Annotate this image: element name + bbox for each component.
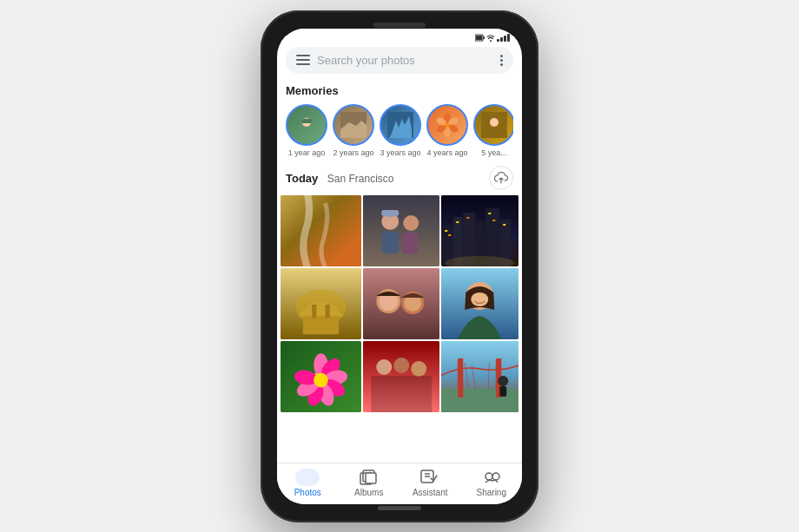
bottom-nav: Photos Albums: [277, 463, 522, 504]
photo-bridge[interactable]: [441, 341, 518, 412]
memory-label-3: 3 years ago: [380, 148, 420, 157]
svg-rect-23: [402, 233, 418, 253]
svg-point-3: [490, 40, 492, 42]
photo-restaurant[interactable]: [363, 341, 440, 412]
svg-point-53: [472, 292, 489, 306]
status-icons: [475, 34, 510, 42]
nav-item-albums[interactable]: Albums: [339, 469, 400, 497]
memories-section: Memories 1 year ago: [277, 81, 522, 162]
photo-row-1: [281, 195, 518, 266]
svg-rect-6: [301, 119, 312, 123]
svg-rect-44: [312, 305, 316, 318]
photo-couple[interactable]: [363, 195, 440, 266]
photos-nav-icon: [295, 469, 320, 486]
more-options-icon[interactable]: [500, 55, 503, 66]
svg-rect-80: [366, 473, 376, 483]
nav-item-sharing[interactable]: Sharing: [461, 469, 523, 497]
svg-point-17: [490, 118, 499, 127]
svg-point-66: [376, 359, 392, 375]
memories-title: Memories: [286, 84, 513, 97]
today-location-group: Today San Francisco: [286, 170, 393, 186]
sharing-nav-icon: [481, 469, 502, 486]
memory-item-2[interactable]: 2 years ago: [333, 104, 374, 157]
svg-rect-69: [371, 376, 432, 412]
phone-mockup: Search your photos Memories: [261, 10, 538, 522]
svg-rect-75: [500, 386, 507, 397]
photo-selfie-crowd[interactable]: [363, 268, 440, 339]
memory-circle-1: [286, 104, 327, 146]
svg-rect-39: [504, 224, 506, 226]
cloud-upload-button[interactable]: [489, 166, 513, 190]
svg-rect-36: [467, 217, 470, 219]
phone-screen: Search your photos Memories: [277, 29, 522, 504]
search-bar[interactable]: Search your photos: [286, 47, 513, 74]
memory-circle-5: [473, 104, 513, 146]
svg-rect-37: [489, 213, 492, 214]
photos-nav-label: Photos: [294, 488, 321, 497]
memory-label-5: 5 yea...: [481, 148, 507, 157]
svg-point-64: [314, 372, 328, 387]
svg-rect-33: [446, 230, 448, 232]
svg-rect-72: [459, 358, 464, 397]
today-header: Today San Francisco: [277, 162, 522, 195]
today-location: San Francisco: [327, 173, 394, 185]
assistant-nav-icon: [419, 469, 440, 486]
photo-dome[interactable]: [281, 268, 361, 339]
search-placeholder[interactable]: Search your photos: [317, 54, 493, 67]
svg-point-74: [499, 376, 509, 386]
memory-item-5[interactable]: 5 yea...: [473, 104, 513, 157]
photo-row-3: [281, 341, 518, 412]
battery-icon: [475, 34, 485, 42]
status-bar: [277, 29, 522, 43]
svg-rect-45: [326, 305, 330, 318]
svg-rect-43: [303, 316, 339, 334]
photo-flower[interactable]: [281, 341, 361, 412]
albums-nav-icon: [359, 469, 380, 486]
svg-rect-25: [381, 210, 399, 216]
memory-item-1[interactable]: 1 year ago: [286, 104, 327, 157]
photo-grid: [277, 195, 522, 463]
today-label: Today: [286, 172, 318, 185]
memory-label-1: 1 year ago: [288, 148, 326, 157]
svg-point-22: [403, 215, 419, 231]
photo-city-night[interactable]: [441, 195, 518, 266]
svg-rect-34: [449, 234, 452, 236]
svg-rect-2: [476, 36, 482, 40]
svg-point-84: [485, 473, 492, 480]
albums-nav-label: Albums: [354, 488, 383, 497]
memory-circle-4: [426, 104, 468, 146]
memory-item-4[interactable]: 4 years ago: [426, 104, 468, 157]
photo-row-2: [281, 268, 518, 339]
memory-circle-2: [333, 104, 374, 146]
photo-smiling-woman[interactable]: [441, 268, 518, 339]
nav-item-assistant[interactable]: Assistant: [400, 469, 461, 497]
svg-rect-21: [381, 232, 399, 253]
svg-point-85: [492, 473, 499, 480]
svg-rect-1: [484, 36, 485, 39]
svg-point-67: [393, 358, 409, 373]
svg-rect-35: [457, 221, 459, 223]
svg-rect-38: [493, 220, 496, 221]
signal-bars: [497, 34, 510, 42]
svg-rect-19: [363, 195, 440, 266]
memory-item-3[interactable]: 3 years ago: [380, 104, 421, 157]
hamburger-icon[interactable]: [296, 55, 310, 65]
memories-row: 1 year ago 2 years ago: [286, 104, 513, 157]
sharing-nav-label: Sharing: [477, 488, 506, 497]
memory-circle-3: [380, 104, 421, 146]
assistant-nav-label: Assistant: [413, 488, 448, 497]
nav-item-photos[interactable]: Photos: [277, 469, 339, 497]
memory-label-4: 4 years ago: [426, 148, 467, 157]
wifi-icon: [487, 34, 494, 42]
memory-label-2: 2 years ago: [333, 148, 373, 157]
svg-point-68: [411, 361, 426, 377]
photo-waterfall[interactable]: [281, 195, 361, 266]
svg-rect-46: [363, 268, 440, 339]
